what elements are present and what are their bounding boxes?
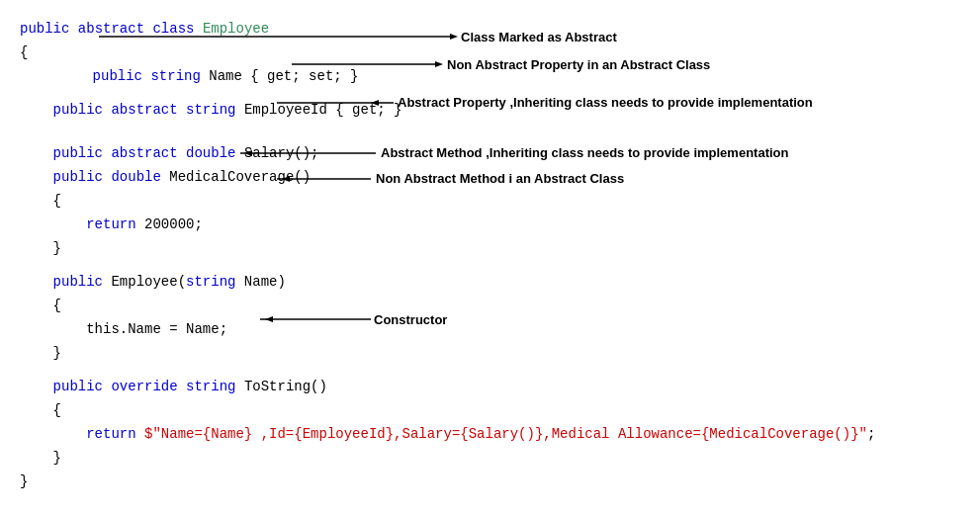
line-18: } (20, 471, 960, 494)
line-13: } (20, 342, 960, 366)
line-10: public Employee(string Name) (20, 271, 960, 295)
code-line-11: { (20, 295, 61, 317)
code-line-12: this.Name = Name; (20, 318, 227, 341)
code-line-8: return 200000; (20, 214, 203, 236)
code-line-17: } (20, 447, 61, 470)
code-line-14: public override string ToString() (20, 376, 327, 398)
line-6: public double MedicalCoverage() (20, 166, 960, 190)
line-15: { (20, 399, 960, 423)
code-line-18: } (20, 471, 28, 493)
line-8: return 200000; (20, 214, 960, 237)
line-16: return $"Name={Name} ,Id={EmployeeId},Sa… (20, 423, 960, 447)
line-2: { (20, 42, 960, 65)
line-3: public string Name { get; set; } (20, 65, 960, 89)
line-5: public abstract double Salary(); (20, 142, 960, 166)
line-11: { (20, 295, 960, 318)
code-line-16: return $"Name={Name} ,Id={EmployeeId},Sa… (20, 423, 875, 446)
line-9: } (20, 237, 960, 261)
code-line-13: } (20, 342, 61, 365)
code-line-7: { (20, 190, 61, 213)
line-4: public abstract string EmployeeId { get;… (20, 99, 960, 123)
code-line-10: public Employee(string Name) (20, 271, 286, 294)
code-line-6: public double MedicalCoverage() (20, 166, 311, 189)
code-area: public abstract class Employee { public … (0, 0, 980, 504)
line-17: } (20, 447, 960, 471)
line-12: this.Name = Name; (20, 318, 960, 342)
line-14: public override string ToString() (20, 376, 960, 399)
code-line-3: public string Name { get; set; } (20, 65, 359, 88)
code-line-1: public abstract class Employee (20, 18, 269, 41)
code-line-15: { (20, 399, 61, 422)
line-1: public abstract class Employee (20, 18, 960, 42)
code-line-9: } (20, 237, 61, 260)
line-7: { (20, 190, 960, 214)
code-line-2: { (20, 42, 28, 64)
code-line-4: public abstract string EmployeeId { get;… (20, 99, 402, 122)
code-line-5: public abstract double Salary(); (20, 142, 319, 165)
